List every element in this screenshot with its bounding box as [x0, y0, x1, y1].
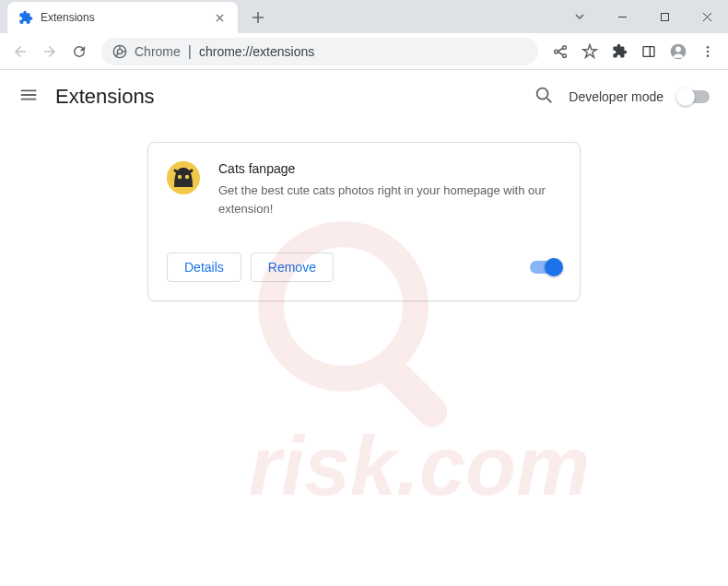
extension-description: Get the best cute cats photos right in y… — [218, 182, 561, 217]
menu-icon[interactable] — [695, 39, 721, 64]
svg-point-11 — [707, 50, 710, 53]
omnibox-label: Chrome — [135, 44, 181, 59]
close-window-button[interactable] — [686, 0, 728, 33]
svg-rect-0 — [661, 13, 668, 20]
svg-point-3 — [555, 50, 558, 53]
svg-point-10 — [707, 46, 710, 49]
tab-title: Extensions — [41, 11, 205, 24]
chrome-icon — [112, 44, 127, 59]
puzzle-icon — [18, 10, 33, 25]
extension-name: Cats fanpage — [218, 161, 561, 176]
new-tab-button[interactable] — [245, 5, 271, 30]
extension-card: Cats fanpage Get the best cute cats phot… — [147, 142, 581, 301]
svg-point-19 — [185, 175, 189, 179]
page-content: risk.com Extensions Developer mode — [0, 70, 728, 586]
browser-titlebar: Extensions — [0, 0, 728, 33]
address-bar[interactable]: Chrome | chrome://extensions — [101, 38, 538, 65]
page-header: Extensions Developer mode — [0, 70, 728, 123]
developer-mode-toggle[interactable] — [678, 90, 710, 103]
extensions-icon[interactable] — [606, 39, 632, 64]
star-icon[interactable] — [577, 39, 603, 64]
svg-rect-6 — [643, 46, 654, 56]
search-icon[interactable] — [534, 85, 554, 109]
chevron-down-icon[interactable] — [558, 0, 601, 33]
page-title: Extensions — [55, 85, 155, 109]
omnibox-divider: | — [188, 43, 192, 60]
maximize-button[interactable] — [643, 0, 686, 33]
remove-button[interactable]: Remove — [251, 252, 334, 282]
minimize-button[interactable] — [601, 0, 643, 33]
svg-rect-14 — [368, 347, 453, 433]
svg-point-5 — [563, 53, 567, 57]
svg-point-15 — [537, 88, 548, 100]
browser-tab[interactable]: Extensions — [7, 2, 238, 33]
profile-icon[interactable] — [665, 39, 691, 64]
svg-point-9 — [675, 46, 681, 52]
svg-line-16 — [547, 99, 552, 103]
details-button[interactable]: Details — [167, 252, 241, 282]
extension-icon — [167, 161, 200, 194]
close-icon[interactable] — [212, 10, 227, 25]
svg-point-12 — [707, 54, 710, 57]
extension-enable-toggle[interactable] — [530, 261, 561, 274]
svg-point-18 — [178, 175, 182, 179]
window-controls — [558, 0, 728, 33]
sidepanel-icon[interactable] — [636, 39, 662, 64]
omnibox-url: chrome://extensions — [199, 44, 314, 59]
hamburger-icon[interactable] — [18, 85, 39, 109]
svg-point-4 — [563, 45, 567, 49]
share-icon[interactable] — [547, 39, 573, 64]
back-button[interactable] — [7, 39, 33, 64]
developer-mode-label: Developer mode — [569, 89, 663, 104]
browser-toolbar: Chrome | chrome://extensions — [0, 33, 728, 70]
forward-button[interactable] — [37, 39, 63, 64]
reload-button[interactable] — [66, 39, 92, 64]
